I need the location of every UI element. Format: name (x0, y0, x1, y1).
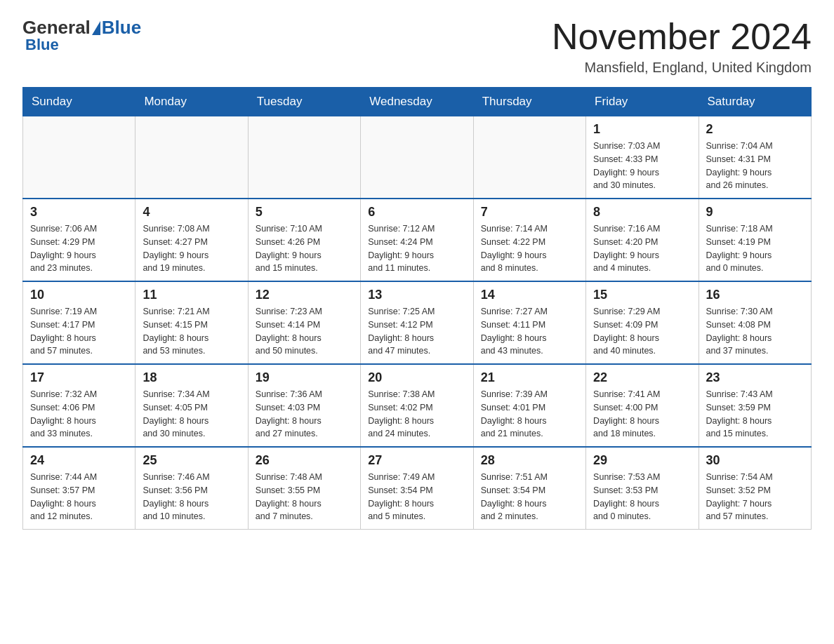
calendar-cell: 16Sunrise: 7:30 AM Sunset: 4:08 PM Dayli… (699, 281, 811, 364)
calendar-cell: 21Sunrise: 7:39 AM Sunset: 4:01 PM Dayli… (473, 364, 585, 447)
day-number: 10 (30, 288, 128, 302)
day-number: 22 (593, 370, 691, 385)
day-number: 9 (706, 205, 804, 220)
day-info: Sunrise: 7:16 AM Sunset: 4:20 PM Dayligh… (593, 222, 691, 275)
calendar-cell: 2Sunrise: 7:04 AM Sunset: 4:31 PM Daylig… (699, 116, 811, 199)
week-row-4: 17Sunrise: 7:32 AM Sunset: 4:06 PM Dayli… (23, 364, 812, 447)
day-number: 8 (593, 205, 691, 220)
day-info: Sunrise: 7:49 AM Sunset: 3:54 PM Dayligh… (368, 471, 465, 523)
calendar-cell: 10Sunrise: 7:19 AM Sunset: 4:17 PM Dayli… (23, 281, 135, 364)
calendar-cell: 11Sunrise: 7:21 AM Sunset: 4:15 PM Dayli… (135, 281, 248, 364)
day-info: Sunrise: 7:04 AM Sunset: 4:31 PM Dayligh… (706, 140, 804, 192)
day-number: 11 (143, 288, 240, 302)
calendar-header-row: Sunday Monday Tuesday Wednesday Thursday… (23, 88, 812, 116)
day-info: Sunrise: 7:21 AM Sunset: 4:15 PM Dayligh… (143, 305, 240, 358)
day-info: Sunrise: 7:34 AM Sunset: 4:05 PM Dayligh… (143, 388, 240, 441)
calendar-cell: 27Sunrise: 7:49 AM Sunset: 3:54 PM Dayli… (361, 447, 473, 530)
calendar-cell: 25Sunrise: 7:46 AM Sunset: 3:56 PM Dayli… (135, 447, 248, 530)
calendar-cell: 12Sunrise: 7:23 AM Sunset: 4:14 PM Dayli… (248, 281, 360, 364)
calendar-cell: 23Sunrise: 7:43 AM Sunset: 3:59 PM Dayli… (699, 364, 811, 447)
page-title: November 2024 (552, 17, 812, 57)
logo-blue-text: Blue (102, 17, 141, 39)
col-tuesday: Tuesday (248, 88, 360, 116)
calendar-cell: 13Sunrise: 7:25 AM Sunset: 4:12 PM Dayli… (361, 281, 473, 364)
calendar-cell: 17Sunrise: 7:32 AM Sunset: 4:06 PM Dayli… (23, 364, 135, 447)
col-sunday: Sunday (23, 88, 135, 116)
day-number: 15 (593, 288, 691, 302)
logo-triangle-icon (92, 21, 100, 35)
day-number: 13 (368, 288, 465, 302)
calendar-cell (361, 116, 473, 199)
day-info: Sunrise: 7:19 AM Sunset: 4:17 PM Dayligh… (30, 305, 128, 358)
col-thursday: Thursday (473, 88, 585, 116)
week-row-1: 1Sunrise: 7:03 AM Sunset: 4:33 PM Daylig… (23, 116, 812, 199)
day-number: 2 (706, 122, 804, 137)
calendar-cell: 20Sunrise: 7:38 AM Sunset: 4:02 PM Dayli… (361, 364, 473, 447)
day-info: Sunrise: 7:29 AM Sunset: 4:09 PM Dayligh… (593, 305, 691, 358)
day-number: 4 (143, 205, 240, 220)
day-info: Sunrise: 7:53 AM Sunset: 3:53 PM Dayligh… (593, 471, 691, 523)
calendar-cell (135, 116, 248, 199)
week-row-3: 10Sunrise: 7:19 AM Sunset: 4:17 PM Dayli… (23, 281, 812, 364)
calendar-cell: 5Sunrise: 7:10 AM Sunset: 4:26 PM Daylig… (248, 199, 360, 281)
day-number: 5 (256, 205, 353, 220)
week-row-5: 24Sunrise: 7:44 AM Sunset: 3:57 PM Dayli… (23, 447, 812, 530)
calendar-cell: 1Sunrise: 7:03 AM Sunset: 4:33 PM Daylig… (586, 116, 699, 199)
day-info: Sunrise: 7:30 AM Sunset: 4:08 PM Dayligh… (706, 305, 804, 358)
day-info: Sunrise: 7:14 AM Sunset: 4:22 PM Dayligh… (481, 222, 578, 275)
logo: General Blue Blue (22, 17, 141, 54)
day-number: 29 (593, 453, 691, 468)
calendar-cell: 6Sunrise: 7:12 AM Sunset: 4:24 PM Daylig… (361, 199, 473, 281)
calendar-cell: 14Sunrise: 7:27 AM Sunset: 4:11 PM Dayli… (473, 281, 585, 364)
day-info: Sunrise: 7:43 AM Sunset: 3:59 PM Dayligh… (706, 388, 804, 441)
day-info: Sunrise: 7:12 AM Sunset: 4:24 PM Dayligh… (368, 222, 465, 275)
day-number: 3 (30, 205, 128, 220)
day-number: 24 (30, 453, 128, 468)
day-number: 27 (368, 453, 465, 468)
calendar-cell: 18Sunrise: 7:34 AM Sunset: 4:05 PM Dayli… (135, 364, 248, 447)
calendar-cell: 28Sunrise: 7:51 AM Sunset: 3:54 PM Dayli… (473, 447, 585, 530)
week-row-2: 3Sunrise: 7:06 AM Sunset: 4:29 PM Daylig… (23, 199, 812, 281)
col-friday: Friday (586, 88, 699, 116)
day-number: 30 (706, 453, 804, 468)
day-info: Sunrise: 7:18 AM Sunset: 4:19 PM Dayligh… (706, 222, 804, 275)
day-number: 7 (481, 205, 578, 220)
calendar-cell: 15Sunrise: 7:29 AM Sunset: 4:09 PM Dayli… (586, 281, 699, 364)
day-number: 6 (368, 205, 465, 220)
logo-subtitle: Blue (25, 36, 59, 54)
calendar-cell: 29Sunrise: 7:53 AM Sunset: 3:53 PM Dayli… (586, 447, 699, 530)
col-monday: Monday (135, 88, 248, 116)
calendar-cell: 22Sunrise: 7:41 AM Sunset: 4:00 PM Dayli… (586, 364, 699, 447)
day-info: Sunrise: 7:23 AM Sunset: 4:14 PM Dayligh… (256, 305, 353, 358)
day-number: 16 (706, 288, 804, 302)
day-number: 25 (143, 453, 240, 468)
day-number: 21 (481, 370, 578, 385)
day-number: 14 (481, 288, 578, 302)
day-number: 28 (481, 453, 578, 468)
calendar-cell: 7Sunrise: 7:14 AM Sunset: 4:22 PM Daylig… (473, 199, 585, 281)
day-info: Sunrise: 7:36 AM Sunset: 4:03 PM Dayligh… (256, 388, 353, 441)
day-number: 26 (256, 453, 353, 468)
day-info: Sunrise: 7:25 AM Sunset: 4:12 PM Dayligh… (368, 305, 465, 358)
day-number: 12 (256, 288, 353, 302)
day-number: 18 (143, 370, 240, 385)
calendar-cell: 9Sunrise: 7:18 AM Sunset: 4:19 PM Daylig… (699, 199, 811, 281)
day-number: 20 (368, 370, 465, 385)
day-info: Sunrise: 7:41 AM Sunset: 4:00 PM Dayligh… (593, 388, 691, 441)
day-info: Sunrise: 7:48 AM Sunset: 3:55 PM Dayligh… (256, 471, 353, 523)
day-info: Sunrise: 7:08 AM Sunset: 4:27 PM Dayligh… (143, 222, 240, 275)
day-info: Sunrise: 7:03 AM Sunset: 4:33 PM Dayligh… (593, 140, 691, 192)
day-number: 23 (706, 370, 804, 385)
day-info: Sunrise: 7:32 AM Sunset: 4:06 PM Dayligh… (30, 388, 128, 441)
day-info: Sunrise: 7:27 AM Sunset: 4:11 PM Dayligh… (481, 305, 578, 358)
calendar-cell: 4Sunrise: 7:08 AM Sunset: 4:27 PM Daylig… (135, 199, 248, 281)
day-number: 17 (30, 370, 128, 385)
title-area: November 2024 Mansfield, England, United… (552, 17, 812, 76)
calendar-cell: 30Sunrise: 7:54 AM Sunset: 3:52 PM Dayli… (699, 447, 811, 530)
calendar-cell: 24Sunrise: 7:44 AM Sunset: 3:57 PM Dayli… (23, 447, 135, 530)
calendar-cell: 8Sunrise: 7:16 AM Sunset: 4:20 PM Daylig… (586, 199, 699, 281)
calendar-cell (23, 116, 135, 199)
col-saturday: Saturday (699, 88, 811, 116)
day-info: Sunrise: 7:51 AM Sunset: 3:54 PM Dayligh… (481, 471, 578, 523)
day-info: Sunrise: 7:54 AM Sunset: 3:52 PM Dayligh… (706, 471, 804, 523)
